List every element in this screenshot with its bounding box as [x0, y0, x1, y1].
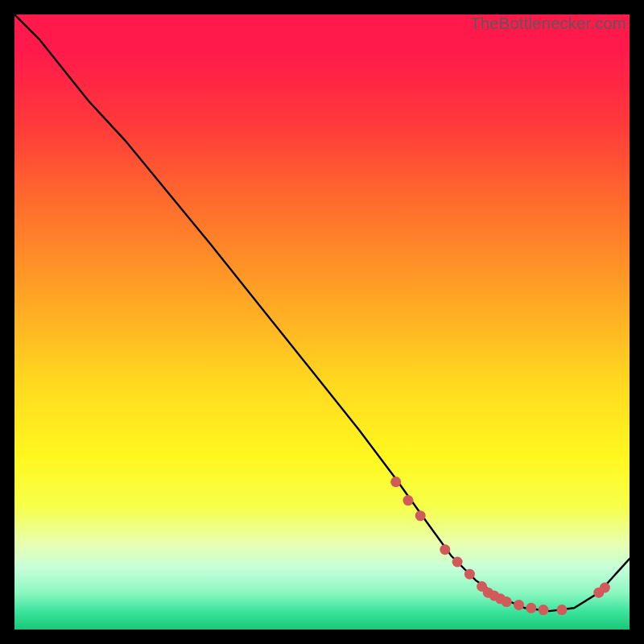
- watermark-text: TheBottlenecker.com: [470, 14, 626, 33]
- gradient-background: [14, 14, 630, 630]
- data-marker: [440, 544, 450, 555]
- data-marker: [464, 569, 475, 580]
- data-marker: [557, 605, 568, 615]
- data-marker: [600, 583, 610, 593]
- data-marker: [526, 603, 536, 613]
- data-marker: [514, 600, 524, 610]
- data-marker: [403, 495, 414, 506]
- data-marker: [415, 510, 426, 521]
- data-marker: [452, 557, 463, 568]
- data-marker: [539, 605, 549, 615]
- data-marker: [502, 597, 512, 607]
- plot-area: TheBottlenecker.com: [14, 14, 630, 630]
- chart-frame: TheBottlenecker.com: [0, 0, 644, 644]
- plot-svg: [14, 14, 630, 630]
- data-marker: [390, 477, 401, 487]
